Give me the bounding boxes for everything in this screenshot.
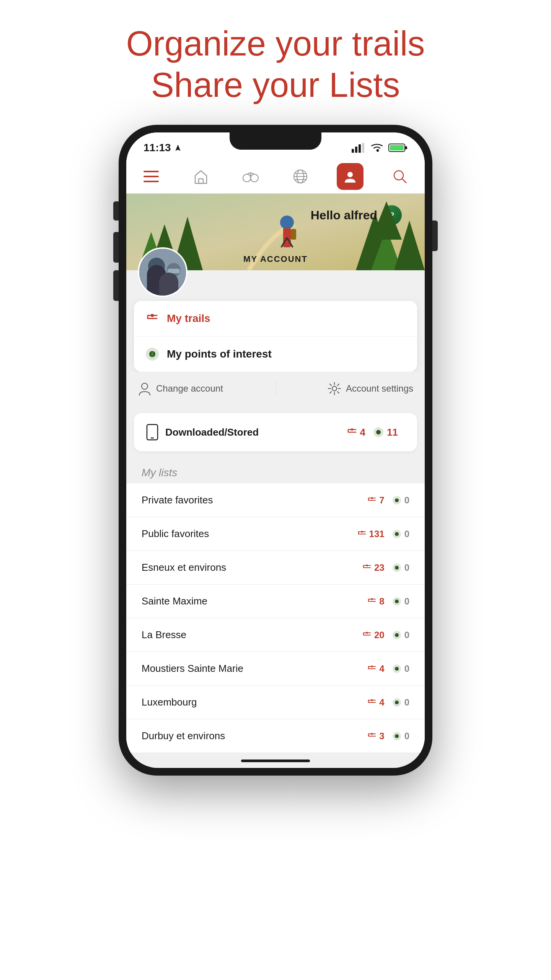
svg-point-60 [366,632,368,634]
svg-rect-3 [362,143,364,153]
downloaded-trails-count: 4 [347,426,365,438]
list-item[interactable]: Luxembourg 4 0 [126,686,425,719]
notch [230,132,321,150]
poi-count-value: 0 [404,495,409,506]
account-settings-label: Account settings [346,383,413,394]
list-trail-count: 131 [358,529,385,539]
svg-point-51 [361,531,363,532]
change-account-label: Change account [156,383,223,394]
nav-explore-button[interactable] [237,163,264,190]
my-trails-item[interactable]: My trails [134,301,417,336]
downloaded-trails-num: 4 [360,426,365,438]
svg-rect-9 [143,181,159,182]
svg-point-57 [371,598,373,600]
svg-point-25 [280,216,294,229]
svg-point-68 [395,701,399,704]
volume-up-button [113,232,119,263]
trail-icon-small [368,597,376,606]
trail-count-value: 3 [379,731,384,742]
list-item-name: Private favorites [142,494,368,506]
nav-profile-button[interactable] [337,163,364,190]
trail-count-value: 23 [374,562,385,573]
poi-icon-small [392,630,401,640]
svg-point-71 [395,734,399,738]
nav-globe-button[interactable] [287,163,314,190]
list-item[interactable]: Esneux et environs 23 0 [126,551,425,585]
poi-count-value: 0 [404,630,409,640]
poi-icon-small [392,529,401,539]
list-trail-count: 4 [368,663,384,674]
header-line1: Organize your trails [126,24,425,63]
status-time: 11:13 [143,142,182,154]
svg-point-47 [376,430,381,434]
svg-rect-2 [359,144,361,153]
account-menu-card: My trails My points of interest [134,301,417,372]
my-poi-label: My points of interest [167,348,272,360]
poi-icon-small [392,732,401,741]
list-item[interactable]: Private favorites 7 0 [126,483,425,517]
trail-count-value: 8 [379,596,384,607]
list-poi-count: 0 [392,596,409,607]
list-poi-count: 0 [392,562,409,573]
svg-point-11 [243,174,251,182]
list-item[interactable]: La Bresse 20 0 [126,618,425,652]
svg-point-63 [371,665,373,667]
downloaded-label: Downloaded/Stored [165,426,347,438]
poi-icon-small [392,664,401,673]
nav-search-button[interactable] [386,163,413,190]
list-item-name: Public favorites [142,528,358,540]
trail-count-icon [347,427,357,437]
avatar-svg [139,249,187,297]
list-item-counts: 20 0 [363,630,409,640]
account-settings-action[interactable]: Account settings [276,382,414,395]
list-poi-count: 0 [392,529,409,539]
phone-icon [145,424,159,441]
svg-point-41 [142,383,148,389]
volume-down-button [113,270,119,301]
svg-point-62 [395,633,399,637]
phone-frame: 11:13 [119,125,432,776]
svg-point-48 [371,497,373,499]
list-item[interactable]: Public favorites 131 0 [126,517,425,551]
list-item[interactable]: Sainte Maxime 8 0 [126,585,425,618]
settings-gear-icon [328,382,341,395]
poi-count-value: 0 [404,596,409,607]
downloaded-poi-count: 11 [373,426,398,438]
phone-screen: 11:13 [126,132,425,768]
svg-line-20 [402,179,406,183]
poi-icon-small [392,563,401,572]
svg-rect-7 [143,171,159,172]
hello-badge: Hello alfred P [311,205,402,225]
greeting-text: Hello alfred [311,208,377,222]
nav-menu-button[interactable] [138,163,165,190]
nav-home-button[interactable] [187,163,214,190]
poi-count-value: 0 [404,697,409,708]
list-item-counts: 8 0 [368,596,409,607]
signal-icon [352,143,365,153]
header-line2-prefix: Share your [151,66,329,104]
change-account-action[interactable]: Change account [138,382,276,395]
wifi-icon [370,143,384,153]
mute-button [113,201,119,220]
list-trail-count: 3 [368,731,384,742]
list-trail-count: 7 [368,495,384,506]
list-item[interactable]: Moustiers Sainte Marie 4 0 [126,652,425,686]
svg-rect-1 [355,147,357,153]
my-lists-label: My lists [142,467,177,479]
list-item[interactable]: Durbuy et environs 3 0 [126,719,425,753]
poi-count-value: 0 [404,529,409,539]
trail-icon-small [368,698,376,707]
list-trail-count: 23 [363,562,385,573]
account-actions: Change account Account settings [126,372,425,405]
avatar [138,247,187,297]
list-item-counts: 4 0 [368,697,409,708]
list-item-counts: 131 0 [358,529,409,539]
my-poi-item[interactable]: My points of interest [134,336,417,372]
svg-rect-8 [143,176,159,177]
poi-count-value: 0 [404,731,409,742]
list-items: Private favorites 7 0 Public favorites [126,483,425,753]
battery-icon [388,143,408,153]
downloaded-section[interactable]: Downloaded/Stored 4 11 [134,413,417,451]
status-icons [352,143,408,153]
trail-icon-small [363,631,371,639]
